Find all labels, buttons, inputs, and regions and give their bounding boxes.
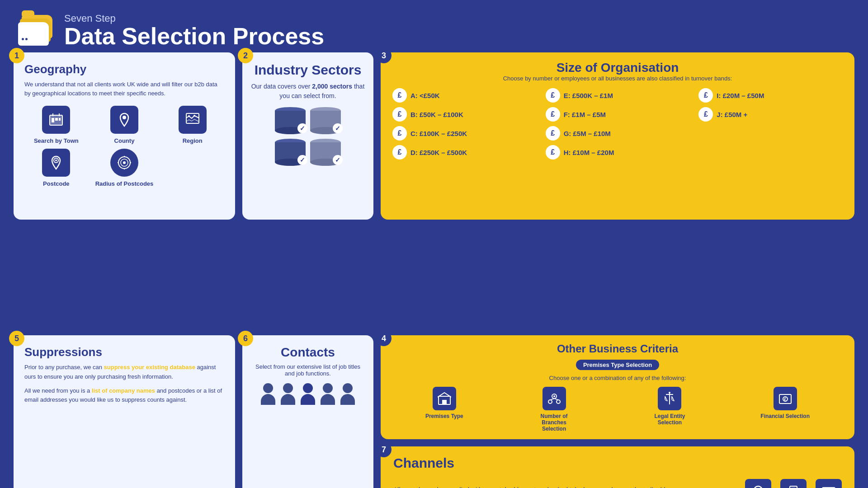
size-bands-grid: £ A: <£50K £ E: £500K – £1M £ I: £20M – …	[392, 88, 843, 160]
step6-subtitle: Select from our extensive list of job ti…	[250, 363, 365, 377]
person-1-body	[261, 394, 275, 405]
band-h-label: H: £10M – £20M	[564, 149, 614, 156]
db-icon-1: ✓	[275, 107, 306, 134]
band-a: £ A: <£50K	[392, 88, 537, 103]
step6-contacts-card: 6 Contacts Select from our extensive lis…	[242, 335, 373, 488]
band-c-label: C: £100K – £250K	[410, 130, 467, 137]
step5-text1-link: suppress your existing database	[104, 364, 195, 371]
band-b-icon: £	[392, 107, 407, 122]
step5-text2: All we need from you is a list of compan…	[24, 386, 224, 405]
db-icon-3: ✓	[275, 139, 306, 166]
step6-title: Contacts	[281, 345, 335, 360]
step5-suppress-card: 5 Suppressions Prior to any purchase, we…	[14, 335, 235, 488]
band-h: £ H: £10M – £20M	[546, 145, 690, 160]
band-b: £ B: £50K – £100K	[392, 107, 537, 122]
person-5-body	[340, 394, 355, 405]
person-1-head	[263, 383, 273, 393]
svg-point-7	[123, 116, 126, 119]
step4-other-card: 4 Other Business Criteria Premises Type …	[381, 335, 854, 439]
person-5	[340, 383, 356, 406]
person-5-head	[343, 383, 353, 393]
geo-postcode: Postcode	[24, 149, 88, 187]
step4-badge: 4	[376, 331, 392, 346]
band-j-icon: £	[698, 107, 713, 122]
band-i: £ I: £20M – £50M	[698, 88, 843, 103]
bottom-grid: 5 Suppressions Prior to any purchase, we…	[0, 335, 868, 488]
band-j-label: J: £50M +	[717, 111, 747, 118]
band-i-icon: £	[698, 88, 713, 103]
svg-rect-6	[59, 113, 60, 116]
db-cylinder-3: ✓	[275, 139, 306, 166]
criteria-legal: Legal Entity Selection	[645, 387, 694, 426]
db-check-4: ✓	[333, 155, 343, 165]
people-icons	[260, 383, 356, 406]
band-f-label: F: £1M – £5M	[564, 111, 606, 118]
band-b-label: B: £50K – £100K	[410, 111, 463, 118]
step5-badge: 5	[9, 331, 24, 346]
person-4-head	[323, 383, 333, 393]
step2-subtitle: Our data covers over 2,000 sectors that …	[250, 82, 365, 101]
step3-subtitle: Choose by number or employees or all bus…	[392, 75, 843, 82]
step5-text1-pre: Prior to any purchase, we can	[24, 364, 104, 371]
criteria-branches: Number of Branches Selection	[529, 387, 579, 432]
db-check-1: ✓	[297, 123, 307, 133]
step1-title: Geography	[24, 62, 224, 76]
svg-point-23	[548, 400, 552, 404]
band-d: £ D: £250K – £500K	[392, 145, 537, 160]
band-empty-2	[698, 145, 843, 160]
svg-point-29	[669, 392, 670, 394]
radius-label: Radius of Postcodes	[95, 180, 154, 187]
step2-subtitle-bold: 2,000 sectors	[312, 83, 352, 90]
search-by-town-icon	[42, 106, 70, 134]
step3-badge: 3	[376, 48, 392, 63]
db-icon-4: ✓	[310, 139, 341, 166]
step4-subtitle: Choose one or a combination of any of th…	[392, 375, 843, 381]
geo-county: County	[93, 106, 156, 144]
person-2-head	[283, 383, 293, 393]
band-h-icon: £	[546, 145, 560, 160]
step3-size-card: 3 Size of Organisation Choose by number …	[381, 52, 854, 220]
main-grid: 1 Geography We understand that not all c…	[0, 52, 868, 335]
channel-icons	[745, 479, 842, 488]
db-check-2: ✓	[333, 123, 343, 133]
person-3-head	[303, 383, 313, 393]
band-f-icon: £	[546, 107, 560, 122]
step1-body: We understand that not all clients work …	[24, 80, 224, 98]
step2-subtitle-pre: Our data covers over	[251, 83, 312, 90]
svg-line-25	[550, 399, 554, 400]
database-icons: ✓ ✓ ✓	[275, 107, 341, 166]
step3-title: Size of Organisation	[392, 61, 843, 75]
step7-badge: 7	[376, 442, 392, 457]
db-cylinder-1: ✓	[275, 107, 306, 134]
county-label: County	[114, 137, 135, 144]
step5-title: Suppressions	[24, 345, 224, 359]
svg-point-15	[123, 161, 126, 164]
step1-badge: 1	[9, 48, 24, 63]
person-1	[260, 383, 276, 406]
step5-text1: Prior to any purchase, we can suppress y…	[24, 363, 224, 382]
band-f: £ F: £1M – £5M	[546, 107, 690, 122]
svg-rect-4	[59, 118, 61, 121]
step7-channels-card: 7 Channels All records can be supplied w…	[381, 446, 854, 488]
header-title: Data Selection Process	[64, 24, 324, 48]
svg-rect-21	[442, 400, 447, 404]
geo-search-by-town: Search by Town	[24, 106, 88, 144]
band-g-label: G: £5M – £10M	[564, 130, 611, 137]
phone-channel-icon	[780, 479, 807, 488]
county-icon	[110, 106, 138, 134]
person-4-body	[321, 394, 335, 405]
band-d-icon: £	[392, 145, 407, 160]
person-2	[280, 383, 296, 406]
db-cylinder-2: ✓	[310, 107, 341, 134]
search-by-town-label: Search by Town	[34, 137, 79, 144]
step7-body: All records can be supplied with a posta…	[393, 486, 745, 488]
svg-rect-2	[52, 118, 54, 122]
header-text: Seven Step Data Selection Process	[64, 13, 324, 48]
db-check-3: ✓	[297, 155, 307, 165]
band-c-icon: £	[392, 126, 407, 141]
band-j: £ J: £50M +	[698, 107, 843, 122]
header: Seven Step Data Selection Process	[0, 0, 868, 52]
band-d-label: D: £250K – £500K	[410, 149, 467, 156]
band-a-icon: £	[392, 88, 407, 103]
location-channel-icon	[745, 479, 771, 488]
